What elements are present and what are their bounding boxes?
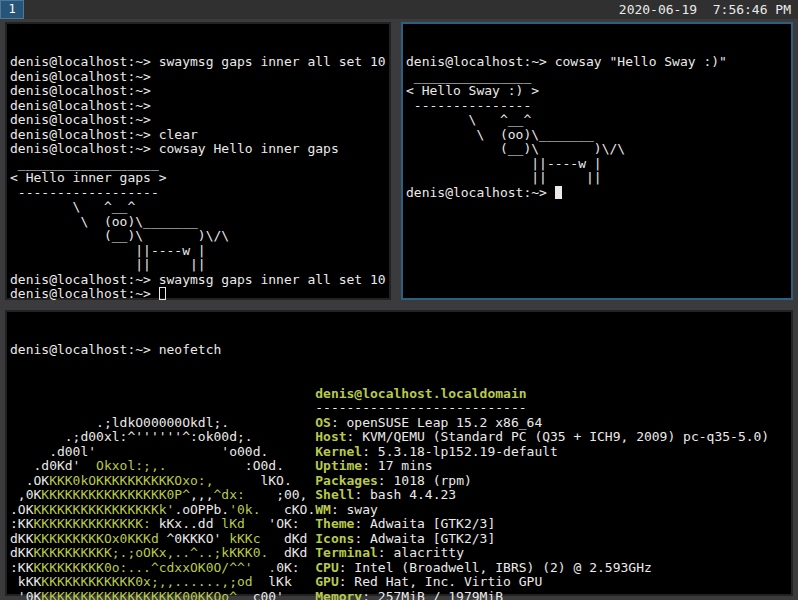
terminal-text: denis@localhost:~> cowsay "Hello Sway :)…	[406, 55, 788, 200]
neofetch-info-row: GPU: Red Hat, Inc. Virtio GPU	[315, 575, 769, 590]
neofetch-info-row: Shell: bash 4.4.23	[315, 488, 769, 503]
neofetch-info-row: Host: KVM/QEMU (Standard PC (Q35 + ICH9,…	[315, 430, 769, 445]
neofetch-info-row: Icons: Adwaita [GTK2/3]	[315, 532, 769, 547]
neofetch-info-row: OS: openSUSE Leap 15.2 x86_64	[315, 416, 769, 431]
neofetch-info-row: CPU: Intel (Broadwell, IBRS) (2) @ 2.593…	[315, 561, 769, 576]
neofetch-info-panel: denis@localhost.localdomain-------------…	[315, 387, 769, 600]
neofetch-prompt-line: denis@localhost:~> neofetch	[10, 343, 788, 358]
neofetch-info-row: Uptime: 17 mins	[315, 459, 769, 474]
terminal-window-bottom[interactable]: denis@localhost:~> neofetch .;ldkO00000O…	[5, 310, 793, 596]
terminal-cursor	[555, 186, 562, 199]
terminal-content-top-right: denis@localhost:~> cowsay "Hello Sway :)…	[403, 24, 791, 231]
neofetch-info-row: Kernel: 5.3.18-lp152.19-default	[315, 445, 769, 460]
neofetch-info-row: Terminal: alacritty	[315, 546, 769, 561]
swaybar: 1 2020-06-19 7:56:46 PM	[0, 0, 798, 19]
terminal-window-top-right[interactable]: denis@localhost:~> cowsay "Hello Sway :)…	[401, 22, 793, 300]
bar-clock: 2020-06-19 7:56:46 PM	[619, 0, 798, 19]
terminal-text: denis@localhost:~> swaymsg gaps inner al…	[10, 55, 386, 302]
terminal-content-top-left: denis@localhost:~> swaymsg gaps inner al…	[7, 24, 389, 333]
neofetch-title: denis@localhost.localdomain	[315, 387, 769, 402]
neofetch-title-underline: ---------------------------	[315, 401, 769, 416]
sway-desktop: { "bar": { "workspace": "1", "clock": "2…	[0, 0, 798, 600]
workspace-button-1[interactable]: 1	[0, 0, 24, 19]
neofetch-info-row: Memory: 257MiB / 1979MiB	[315, 590, 769, 600]
terminal-window-top-left[interactable]: denis@localhost:~> swaymsg gaps inner al…	[5, 22, 391, 300]
terminal-content-bottom: denis@localhost:~> neofetch .;ldkO00000O…	[7, 312, 791, 600]
neofetch-info-row: Theme: Adwaita [GTK2/3]	[315, 517, 769, 532]
neofetch-output: .;ldkO00000Okdl;. .;d00xl:^''''''^:ok00d…	[10, 387, 788, 600]
neofetch-info-row: WM: sway	[315, 503, 769, 518]
terminal-cursor	[159, 287, 166, 300]
neofetch-info-row: Packages: 1018 (rpm)	[315, 474, 769, 489]
